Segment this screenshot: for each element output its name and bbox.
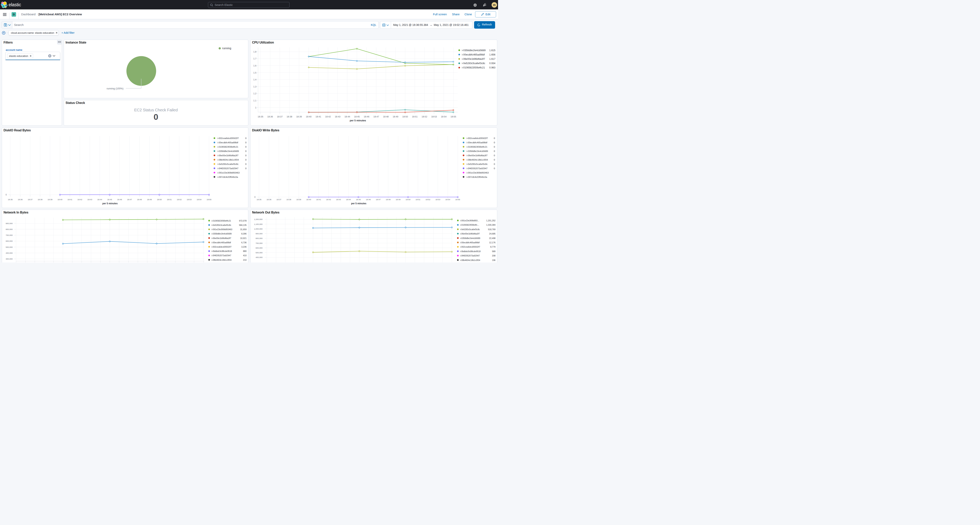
svg-text:i-002cea6dcd35502f7: i-002cea6dcd35502f7 (467, 137, 488, 139)
svg-text:i-0bdbdc9c88cde9518: i-0bdbdc9c88cde9518 (460, 250, 480, 253)
svg-text:900,000: 900,000 (6, 222, 13, 224)
svg-text:i-097c8cfe20f546c0a: i-097c8cfe20f546c0a (467, 176, 487, 178)
svg-text:18:38: 18:38 (286, 198, 291, 200)
svg-text:1.615: 1.615 (489, 49, 495, 52)
svg-text:i-08b4604c18b1c0f34: i-08b4604c18b1c0f34 (212, 259, 231, 261)
svg-text:18:53: 18:53 (187, 198, 192, 200)
svg-text:18:50: 18:50 (402, 116, 408, 118)
svg-text:i-01065823f30b4fc21: i-01065823f30b4fc21 (218, 146, 238, 148)
svg-text:18:41: 18:41 (67, 198, 72, 200)
svg-text:18:51: 18:51 (167, 198, 172, 200)
svg-text:18:47: 18:47 (373, 116, 379, 118)
svg-text:per 5 minutes: per 5 minutes (350, 119, 366, 122)
svg-text:700,000: 700,000 (6, 234, 13, 236)
svg-text:18:54: 18:54 (197, 198, 202, 200)
svg-text:i-08b4604c18b1c0f34: i-08b4604c18b1c0f34 (460, 259, 480, 261)
svg-text:i-00ecdbfc465ad98df: i-00ecdbfc465ad98df (212, 241, 231, 244)
svg-text:1,200,000: 1,200,000 (254, 218, 262, 220)
svg-text:i-0358d8e1fe4cb5689: i-0358d8e1fe4cb5689 (462, 49, 486, 52)
svg-text:i-01065823f30b4fc...: i-01065823f30b4fc... (460, 224, 479, 226)
svg-text:18:45: 18:45 (107, 198, 112, 200)
svg-text:18:37: 18:37 (277, 198, 282, 200)
svg-text:18:44: 18:44 (97, 198, 102, 200)
svg-text:i-06e00e1b96dfda3f7: i-06e00e1b96dfda3f7 (460, 232, 480, 235)
svg-text:18:36: 18:36 (267, 198, 272, 200)
svg-text:18:42: 18:42 (325, 116, 331, 118)
svg-text:1.7: 1.7 (253, 57, 256, 60)
svg-text:18:52: 18:52 (177, 198, 182, 200)
svg-text:18:51: 18:51 (412, 116, 418, 118)
svg-text:i-00ecdbfc465ad98df: i-00ecdbfc465ad98df (460, 241, 480, 244)
svg-text:18:41: 18:41 (316, 198, 321, 200)
svg-text:18:47: 18:47 (127, 198, 132, 200)
svg-text:518,769: 518,769 (488, 228, 495, 231)
svg-text:18:46: 18:46 (117, 198, 122, 200)
svg-text:18:52: 18:52 (425, 198, 430, 200)
svg-text:400,000: 400,000 (6, 252, 13, 254)
svg-text:1.3: 1.3 (253, 86, 256, 88)
svg-text:18:36: 18:36 (267, 116, 273, 118)
svg-text:18:44: 18:44 (344, 116, 350, 118)
svg-text:18:43: 18:43 (336, 198, 341, 200)
svg-text:300,000: 300,000 (6, 258, 13, 260)
svg-text:1.5: 1.5 (253, 72, 256, 74)
svg-text:1,100,000: 1,100,000 (254, 223, 262, 225)
svg-text:i-06e00e1b96dfda3f7: i-06e00e1b96dfda3f7 (212, 237, 231, 239)
svg-text:i-01065823f30b4fc21: i-01065823f30b4fc21 (467, 146, 487, 148)
svg-text:i-0358d8e1fe4cb5689: i-0358d8e1fe4cb5689 (218, 150, 239, 152)
svg-text:i-002cea6dcd35502f7: i-002cea6dcd35502f7 (212, 246, 231, 248)
svg-text:i-0bdbdc9c88cde9518: i-0bdbdc9c88cde9518 (212, 250, 232, 252)
svg-text:18:55: 18:55 (455, 198, 460, 200)
svg-text:18:39: 18:39 (48, 198, 52, 200)
svg-text:0: 0 (245, 167, 247, 170)
svg-text:0.934: 0.934 (489, 62, 495, 65)
svg-text:18:53: 18:53 (431, 116, 437, 118)
svg-text:210: 210 (243, 259, 247, 261)
svg-text:10,921: 10,921 (240, 237, 247, 239)
svg-text:18:45: 18:45 (356, 198, 361, 200)
svg-text:running (100%): running (100%) (107, 87, 124, 90)
svg-text:18:52: 18:52 (422, 116, 427, 118)
svg-text:18:40: 18:40 (306, 116, 312, 118)
svg-text:0.963: 0.963 (489, 66, 495, 69)
svg-text:0: 0 (245, 163, 247, 165)
svg-text:0: 0 (494, 154, 495, 157)
svg-text:0: 0 (494, 163, 495, 165)
svg-text:i-0358d8e1fe4cb5689: i-0358d8e1fe4cb5689 (212, 232, 232, 235)
svg-text:0: 0 (245, 146, 247, 148)
svg-text:i-06e00e1b96dfda3f7: i-06e00e1b96dfda3f7 (462, 58, 485, 60)
svg-text:880: 880 (243, 250, 247, 252)
svg-text:6,736: 6,736 (241, 241, 247, 244)
svg-text:500,000: 500,000 (6, 246, 13, 248)
svg-text:18:49: 18:49 (396, 198, 401, 200)
svg-text:0: 0 (494, 146, 495, 148)
svg-text:i-01065823f30b4fc21: i-01065823f30b4fc21 (212, 220, 231, 222)
svg-text:i-00ecdbfc465ad98df: i-00ecdbfc465ad98df (462, 53, 485, 56)
svg-text:18:35: 18:35 (256, 198, 261, 200)
svg-text:0: 0 (245, 154, 247, 157)
svg-text:0: 0 (494, 167, 495, 170)
svg-text:600,000: 600,000 (256, 247, 262, 249)
svg-text:i-002cea6dcd35502f7: i-002cea6dcd35502f7 (460, 246, 480, 248)
svg-text:18:42: 18:42 (326, 198, 331, 200)
svg-text:1.656: 1.656 (489, 53, 495, 56)
svg-text:per 5 minutes: per 5 minutes (351, 202, 366, 205)
svg-text:running: running (222, 47, 231, 50)
svg-text:18:40: 18:40 (306, 198, 311, 200)
svg-text:18:35: 18:35 (258, 116, 263, 118)
svg-text:1: 1 (255, 107, 256, 109)
svg-text:18:39: 18:39 (296, 116, 302, 118)
svg-text:i-0e5283c5ca6ef3c8c: i-0e5283c5ca6ef3c8c (462, 62, 485, 65)
svg-text:18:42: 18:42 (78, 198, 82, 200)
svg-text:i-0f4f2052073a92947: i-0f4f2052073a92947 (460, 255, 480, 257)
svg-text:1,030,384: 1,030,384 (486, 224, 495, 226)
svg-text:18:43: 18:43 (88, 198, 92, 200)
svg-text:i-091e23e369b893...: i-091e23e369b893... (460, 220, 479, 222)
svg-text:500,000: 500,000 (256, 251, 262, 254)
svg-text:i-01065823f30b4fc21: i-01065823f30b4fc21 (462, 66, 485, 69)
svg-text:i-091e23e369b893463: i-091e23e369b893463 (467, 172, 489, 174)
svg-text:589: 589 (492, 250, 495, 253)
svg-text:0: 0 (245, 142, 247, 144)
svg-text:1.2: 1.2 (253, 92, 256, 95)
svg-text:18:37: 18:37 (28, 198, 33, 200)
